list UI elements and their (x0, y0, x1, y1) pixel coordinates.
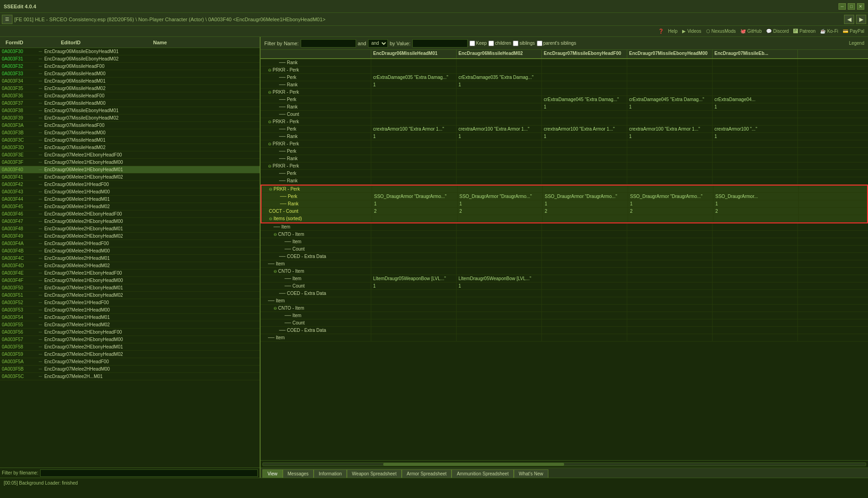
grid-row[interactable]: ── COED - Extra Data (261, 253, 868, 260)
left-tree-row[interactable]: 0A003F59─ EncDraugr07Melee2HEbonyHeadM02 (0, 351, 260, 358)
left-tree-row[interactable]: 0A003F49─ EncDraugr06Melee2HEbonyHeadM02 (0, 233, 260, 240)
grid-row[interactable]: ── ItemLItemDraugr05WeaponBow [LVL..."LI… (261, 275, 868, 282)
grid-row[interactable]: ── Item (261, 334, 868, 342)
parents-siblings-check-label[interactable]: parent's siblings (537, 41, 576, 46)
nav-back-button[interactable]: ◀ (844, 15, 854, 24)
filter-operator-select[interactable]: and or (368, 39, 388, 48)
discord-link[interactable]: 💬 Discord (766, 29, 789, 34)
grid-row[interactable]: ── Rank11111 (261, 133, 868, 140)
tab-messages[interactable]: Messages (283, 469, 314, 478)
left-tree[interactable]: 0A003F30─ EncDraugr06MissileEbonyHeadM01… (0, 48, 260, 468)
grid-row[interactable]: ⊖PRKR - Perk (262, 186, 867, 193)
left-tree-row[interactable]: 0A003F54─ EncDraugr07Melee1HHeadM01 (0, 314, 260, 321)
grid-row[interactable]: ⊖PRKR - Perk (261, 89, 868, 96)
left-tree-row[interactable]: 0A003F3D─ EncDraugr07MissileHeadM02 (0, 144, 260, 151)
left-tree-row[interactable]: 0A003F33─ EncDraugr06MissileHeadM00 (0, 70, 260, 78)
grid-row[interactable]: ── Perk (261, 170, 868, 177)
grid-row[interactable]: ⊖CNTO - Item (261, 231, 868, 238)
close-button[interactable]: ✕ (857, 3, 864, 10)
grid-row[interactable]: ── COED - Extra Data (261, 327, 868, 334)
children-checkbox[interactable] (488, 41, 494, 46)
grid-row[interactable]: ── Count (261, 111, 868, 118)
horizontal-scrollbar[interactable] (261, 460, 868, 468)
legend-button[interactable]: Legend (849, 41, 864, 46)
grid-row[interactable]: ⊖PRKR - Perk (261, 162, 868, 170)
left-tree-row[interactable]: 0A003F45─ EncDraugr06Melee1HHeadM02 (0, 203, 260, 210)
right-grid[interactable]: EncDraugr06MissileHeadM01EncDraugr06Miss… (261, 50, 868, 460)
expand-icon[interactable]: ⊖ (269, 187, 273, 192)
grid-row[interactable]: ⊖PRKR - Perk (261, 66, 868, 74)
left-tree-row[interactable]: 0A003F3F─ EncDraugr07Melee1HEbonyHeadM00 (0, 159, 260, 166)
left-tree-row[interactable]: 0A003F35─ EncDraugr06MissileHeadM02 (0, 85, 260, 92)
grid-row[interactable]: ── Count (261, 246, 868, 253)
left-tree-row[interactable]: 0A003F55─ EncDraugr07Melee1HHeadM02 (0, 321, 260, 329)
left-tree-row[interactable]: 0A003F4B─ EncDraugr06Melee2HHeadM00 (0, 247, 260, 255)
grid-row[interactable]: ── Rank (261, 177, 868, 185)
left-tree-row[interactable]: 0A003F32─ EncDraugr06MissileHeadF00 (0, 63, 260, 70)
grid-row[interactable]: ── Rank11 (261, 81, 868, 89)
left-tree-row[interactable]: 0A003F40─ EncDraugr06Melee1HEbonyHeadM01 (0, 166, 260, 174)
keep-checkbox[interactable] (470, 41, 475, 46)
left-tree-row[interactable]: 0A003F41─ EncDraugr06Melee1HEbonyHeadM02 (0, 174, 260, 181)
left-tree-row[interactable]: 0A003F5B─ EncDraugr07Melee2HHeadM00 (0, 366, 260, 373)
left-tree-row[interactable]: 0A003F3A─ EncDraugr07MissileHeadF00 (0, 122, 260, 129)
left-tree-row[interactable]: 0A003F48─ EncDraugr06Melee2HEbonyHeadM01 (0, 225, 260, 233)
left-tree-row[interactable]: 0A003F30─ EncDraugr06MissileEbonyHeadM01 (0, 48, 260, 55)
children-check-label[interactable]: children (488, 41, 511, 46)
maximize-button[interactable]: □ (848, 3, 855, 10)
left-tree-row[interactable]: 0A003F3E─ EncDraugr07Melee1HEbonyHeadF00 (0, 151, 260, 159)
left-tree-row[interactable]: 0A003F56─ EncDraugr07Melee2HEbonyHeadF00 (0, 329, 260, 336)
patreon-link[interactable]: 🅿 Patreon (793, 29, 815, 34)
left-tree-row[interactable]: 0A003F4C─ EncDraugr06Melee2HHeadM01 (0, 255, 260, 262)
scroll-thumb[interactable] (383, 463, 564, 466)
left-tree-row[interactable]: 0A003F4D─ EncDraugr06Melee2HHeadM02 (0, 262, 260, 270)
left-tree-row[interactable]: 0A003F5C─ EncDraugr07Melee2H...M01 (0, 373, 260, 380)
grid-row[interactable]: ── Rank (261, 155, 868, 162)
grid-row[interactable]: ── Rank111 (261, 103, 868, 111)
grid-row[interactable]: ── COED - Extra Data (261, 290, 868, 297)
grid-row[interactable]: ── Rank (261, 59, 868, 66)
left-tree-row[interactable]: 0A003F52─ EncDraugr07Melee1HHeadF00 (0, 299, 260, 306)
grid-row[interactable]: ── Rank11111 (262, 200, 867, 208)
grid-row[interactable]: ── Item (261, 312, 868, 319)
grid-row[interactable]: ── PerkcrExtraDamage035 "Extra Damag..."… (261, 74, 868, 81)
scroll-track[interactable] (262, 462, 866, 466)
grid-row[interactable]: COCT - Count22222 (262, 208, 867, 215)
formid-col-header[interactable]: FormID (2, 40, 57, 45)
grid-row[interactable]: ── PerkcrextraArmor100 "Extra Armor 1...… (261, 126, 868, 133)
grid-row[interactable]: ── Count (261, 319, 868, 327)
paypal-link[interactable]: 💳 PayPal (843, 29, 864, 34)
grid-row[interactable]: ⊖CNTO - Item (261, 268, 868, 275)
expand-icon[interactable]: ⊖ (269, 216, 273, 221)
left-tree-row[interactable]: 0A003F43─ EncDraugr06Melee1HHeadM00 (0, 188, 260, 196)
expand-icon[interactable]: ⊖ (268, 120, 272, 124)
tab-what's-new[interactable]: What's New (514, 469, 548, 478)
videos-link[interactable]: ▶ Videos (682, 29, 701, 34)
filter-value-input[interactable] (412, 39, 468, 48)
left-tree-row[interactable]: 0A003F4A─ EncDraugr06Melee2HHeadF00 (0, 240, 260, 247)
tab-armor-spreadsheet[interactable]: Armor Spreadsheet (402, 469, 452, 478)
nexusmods-link[interactable]: ⬡ NexusMods (706, 29, 736, 34)
minimize-button[interactable]: ─ (838, 3, 846, 10)
grid-row[interactable]: ── Count11 (261, 282, 868, 290)
expand-icon[interactable]: ⊖ (273, 269, 277, 274)
tab-ammunition-spreadsheet[interactable]: Ammunition Spreadsheet (452, 469, 513, 478)
left-tree-row[interactable]: 0A003F38─ EncDraugr07MissileEbonyHeadM01 (0, 107, 260, 114)
left-tree-row[interactable]: 0A003F53─ EncDraugr07Melee1HHeadM00 (0, 306, 260, 314)
left-tree-row[interactable]: 0A003F50─ EncDraugr07Melee1HEbonyHeadM01 (0, 284, 260, 292)
grid-row[interactable]: ── Item (261, 238, 868, 246)
grid-row[interactable]: ⊖PRKR - Perk (261, 118, 868, 126)
left-tree-row[interactable]: 0A003F46─ EncDraugr06Melee2HEbonyHeadF00 (0, 210, 260, 218)
expand-icon[interactable]: ⊖ (268, 142, 272, 146)
siblings-check-label[interactable]: siblings (513, 41, 535, 46)
parents-siblings-checkbox[interactable] (537, 41, 542, 46)
menu-button[interactable]: ☰ (2, 15, 12, 24)
siblings-checkbox[interactable] (513, 41, 518, 46)
left-tree-row[interactable]: 0A003F44─ EncDraugr06Melee1HHeadM01 (0, 196, 260, 203)
tab-view[interactable]: View (262, 469, 283, 478)
left-tree-row[interactable]: 0A003F31─ EncDraugr06MissileEbonyHeadM02 (0, 55, 260, 63)
left-tree-row[interactable]: 0A003F36─ EncDraugr06MissileHeadF00 (0, 92, 260, 100)
left-tree-row[interactable]: 0A003F3B─ EncDraugr07MissileHeadM00 (0, 129, 260, 137)
grid-row[interactable]: ⊖PRKR - Perk (261, 140, 868, 148)
grid-row[interactable]: ── Item (261, 260, 868, 268)
